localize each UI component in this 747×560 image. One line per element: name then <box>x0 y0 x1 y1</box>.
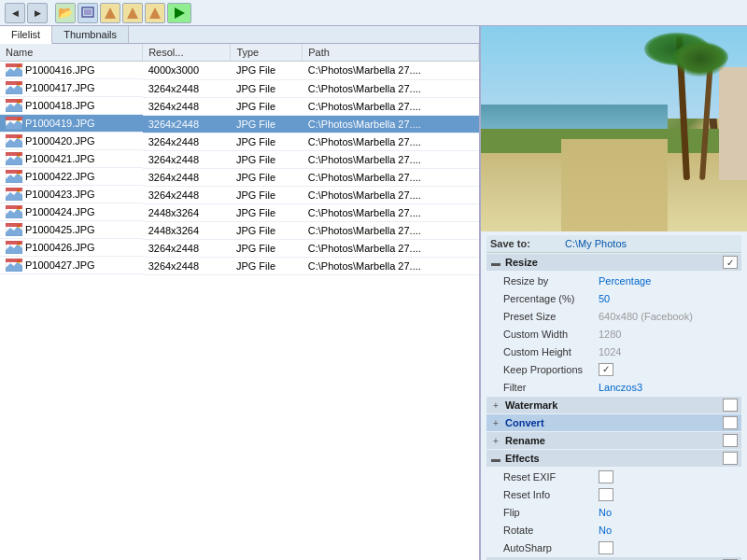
settings-panel: Save to: C:\My Photos ▬ Resize Resize by… <box>481 231 747 560</box>
setting-custom-height: Custom Height 1024 <box>486 343 741 360</box>
file-type: JPG File <box>231 186 303 203</box>
resize-fields: Resize by Percentage Percentage (%) 50 P… <box>486 272 741 396</box>
section-resize-header[interactable]: ▬ Resize <box>486 254 741 271</box>
table-row[interactable]: P1000427.JPG3264x2448JPG FileC:\Photos\M… <box>0 257 479 274</box>
watermark-checkbox[interactable] <box>723 399 738 412</box>
toolbar-forward-btn[interactable]: ▶ <box>27 3 48 23</box>
save-to-value: C:\My Photos <box>565 238 627 249</box>
col-resolution[interactable]: Resol... <box>143 44 231 62</box>
file-type: JPG File <box>231 115 303 133</box>
resize-checkbox[interactable] <box>723 256 738 269</box>
section-effects-header[interactable]: ▬ Effects <box>486 450 741 467</box>
table-row[interactable]: P1000416.JPG4000x3000JPG FileC:\Photos\M… <box>0 62 479 80</box>
file-name: P1000424.JPG <box>25 206 95 217</box>
effects-label: Effects <box>505 453 723 464</box>
file-resolution: 4000x3000 <box>143 62 231 80</box>
toolbar-open-btn[interactable]: 📂 <box>55 3 76 23</box>
table-row[interactable]: P1000423.JPG3264x2448JPG FileC:\Photos\M… <box>0 186 479 203</box>
file-type: JPG File <box>231 62 303 80</box>
col-type[interactable]: Type <box>231 44 303 62</box>
setting-keep-proportions: Keep Proportions <box>486 360 741 378</box>
col-name[interactable]: Name <box>0 44 143 62</box>
svg-rect-33 <box>6 170 22 174</box>
file-resolution: 3264x2448 <box>143 239 231 257</box>
file-path: C:\Photos\Marbella 27.... <box>303 150 479 168</box>
table-row[interactable]: P1000421.JPG3264x2448JPG FileC:\Photos\M… <box>0 150 479 168</box>
section-convert-header[interactable]: + Convert <box>486 414 741 431</box>
svg-rect-49 <box>6 241 22 245</box>
file-type: JPG File <box>231 133 303 150</box>
file-icon <box>6 223 22 236</box>
table-row[interactable]: P1000426.JPG3264x2448JPG FileC:\Photos\M… <box>0 239 479 257</box>
toolbar-btn5[interactable] <box>145 3 165 23</box>
autosharp-checkbox[interactable] <box>599 541 613 554</box>
file-name: P1000427.JPG <box>25 259 95 271</box>
setting-percentage: Percentage (%) 50 <box>486 289 741 307</box>
table-row[interactable]: P1000420.JPG3264x2448JPG FileC:\Photos\M… <box>0 133 479 150</box>
file-name: P1000420.JPG <box>25 135 95 147</box>
file-path: C:\Photos\Marbella 27.... <box>303 168 479 186</box>
file-name: P1000422.JPG <box>25 171 95 182</box>
svg-rect-53 <box>6 259 22 262</box>
setting-preset-size: Preset Size 640x480 (Facebook) <box>486 307 741 325</box>
section-watermark-header[interactable]: + Watermark <box>486 397 741 413</box>
file-resolution: 3264x2448 <box>143 115 231 133</box>
toolbar: ◀ ▶ 📂 <box>0 0 747 26</box>
table-row[interactable]: P1000417.JPG3264x2448JPG FileC:\Photos\M… <box>0 79 479 97</box>
file-resolution: 3264x2448 <box>143 133 231 150</box>
file-type: JPG File <box>231 79 303 97</box>
file-icon <box>6 241 22 254</box>
file-list[interactable]: Name Resol... Type Path P1000416.JPG4000… <box>0 44 479 560</box>
watermark-expand-icon: + <box>490 399 501 411</box>
table-row[interactable]: P1000424.JPG2448x3264JPG FileC:\Photos\M… <box>0 203 479 221</box>
file-name: P1000421.JPG <box>25 153 95 164</box>
reset-info-checkbox[interactable] <box>599 488 613 501</box>
resize-label: Resize <box>505 257 723 268</box>
file-path: C:\Photos\Marbella 27.... <box>303 186 479 203</box>
setting-reset-exif: Reset EXIF <box>486 468 741 485</box>
rename-label: Rename <box>505 435 723 446</box>
file-icon <box>6 117 22 130</box>
file-resolution: 3264x2448 <box>143 168 231 186</box>
svg-marker-4 <box>149 7 161 19</box>
file-type: JPG File <box>231 239 303 257</box>
reset-exif-checkbox[interactable] <box>599 470 613 483</box>
file-resolution: 2448x3264 <box>143 203 231 221</box>
convert-checkbox[interactable] <box>723 416 738 429</box>
toolbar-btn4[interactable] <box>122 3 143 23</box>
table-row[interactable]: P1000419.JPG3264x2448JPG FileC:\Photos\M… <box>0 115 479 133</box>
section-rename-header[interactable]: + Rename <box>486 432 741 449</box>
table-row[interactable]: P1000425.JPG2448x3264JPG FileC:\Photos\M… <box>0 221 479 239</box>
keep-proportions-checkbox[interactable] <box>599 363 613 376</box>
file-name: P1000418.JPG <box>25 100 95 111</box>
toolbar-btn3[interactable] <box>100 3 120 23</box>
file-path: C:\Photos\Marbella 27.... <box>303 97 479 115</box>
tab-filelist[interactable]: Filelist <box>0 26 52 44</box>
file-name: P1000419.JPG <box>25 118 95 129</box>
file-type: JPG File <box>231 150 303 168</box>
convert-label: Convert <box>505 417 723 428</box>
file-type: JPG File <box>231 221 303 239</box>
effects-checkbox[interactable] <box>723 452 738 465</box>
file-icon <box>6 259 22 272</box>
table-row[interactable]: P1000418.JPG3264x2448JPG FileC:\Photos\M… <box>0 97 479 115</box>
file-name: P1000426.JPG <box>25 242 95 253</box>
file-name: P1000416.JPG <box>25 64 95 76</box>
tab-thumbnails[interactable]: Thumbnails <box>52 26 129 43</box>
right-panel: Save to: C:\My Photos ▬ Resize Resize by… <box>481 26 747 560</box>
svg-rect-45 <box>6 223 22 227</box>
file-type: JPG File <box>231 203 303 221</box>
table-row[interactable]: P1000422.JPG3264x2448JPG FileC:\Photos\M… <box>0 168 479 186</box>
file-name: P1000417.JPG <box>25 82 95 93</box>
toolbar-back-btn[interactable]: ◀ <box>5 3 25 23</box>
file-name: P1000423.JPG <box>25 189 95 200</box>
file-path: C:\Photos\Marbella 27.... <box>303 203 479 221</box>
file-type: JPG File <box>231 168 303 186</box>
rename-checkbox[interactable] <box>723 434 738 447</box>
toolbar-play-btn[interactable] <box>167 3 191 23</box>
watermark-label: Watermark <box>505 399 723 411</box>
left-panel: Filelist Thumbnails Name Resol... Type P… <box>0 26 481 560</box>
col-path[interactable]: Path <box>303 44 479 62</box>
file-path: C:\Photos\Marbella 27.... <box>303 257 479 274</box>
toolbar-btn2[interactable] <box>78 3 98 23</box>
